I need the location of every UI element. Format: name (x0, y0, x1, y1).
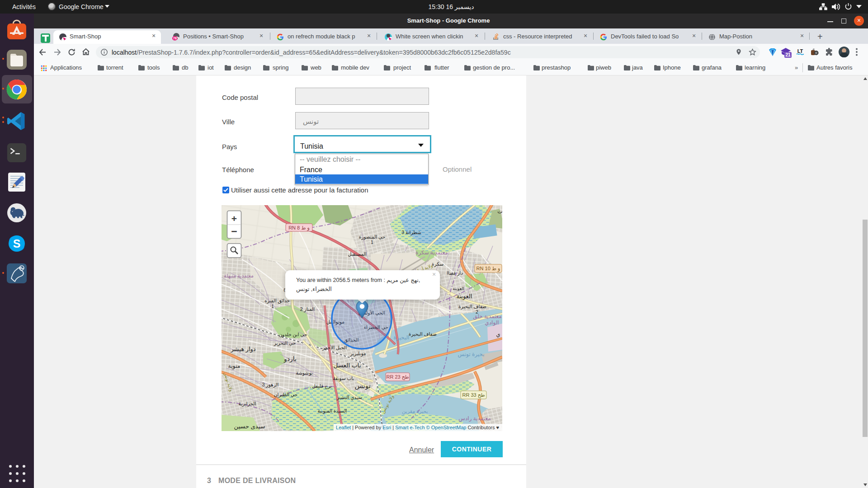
svg-text:RR 23 طح: RR 23 طح (386, 374, 409, 380)
svg-text:بوشوشة: بوشوشة (296, 370, 313, 376)
svg-text:البحيرة: البحيرة (394, 334, 410, 341)
svg-text:تونس: تونس (354, 382, 370, 390)
svg-text:الخضراء, تونس: الخضراء, تونس (296, 286, 332, 293)
svg-text:حدائق المنزه: حدائق المنزه (264, 298, 290, 304)
svg-text:الحرايرية: الحرايرية (239, 401, 256, 407)
svg-text:RN 8 و ط: RN 8 و ط (288, 225, 310, 231)
svg-text:دوار هيشر: دوار هيشر (230, 346, 255, 353)
svg-text:RR 33 طح: RR 33 طح (462, 392, 485, 398)
svg-text:السيدة المنوبية: السيدة المنوبية (317, 408, 347, 414)
svg-text:الزهور 3: الزهور 3 (262, 382, 279, 388)
svg-text:منوبة: منوبة (228, 363, 240, 370)
svg-text:باب سويقة: باب سويقة (333, 375, 354, 381)
svg-text:Leaflet | Powered by Esri | Sm: Leaflet | Powered by Esri | Smart e-Tech… (336, 425, 499, 430)
svg-text:شطرانة 3: شطرانة 3 (401, 230, 421, 235)
svg-text:21: 21 (785, 52, 791, 57)
svg-text:سيدي البشير: سيدي البشير (336, 394, 362, 400)
svg-text:الوادي: الوادي (485, 319, 499, 326)
svg-text:RN 10 و ط: RN 10 و ط (476, 266, 500, 272)
svg-text:المستقبل: المستقبل (348, 251, 366, 257)
svg-text:ت: ت (497, 208, 502, 215)
svg-text:باردو: باردو (283, 355, 297, 363)
svg-text:+: + (231, 213, 237, 224)
svg-text:بحيرة مقرين: بحيرة مقرين (402, 408, 428, 414)
svg-text:معتمدية رادس: معتمدية رادس (458, 415, 491, 422)
svg-text:1: 1 (371, 239, 373, 245)
svg-text:ضفاف البحيرة: ضفاف البحيرة (409, 331, 437, 337)
svg-text:المنار 2: المنار 2 (300, 306, 315, 312)
svg-text:78: 78 (173, 36, 177, 40)
svg-text:العوينة: العوينة (453, 286, 464, 291)
svg-text:ي: ي (496, 331, 500, 338)
svg-text:معتمدية حلق: معتمدية حلق (473, 313, 502, 320)
svg-text:الجبل الأحمر: الجبل الأحمر (322, 345, 347, 351)
svg-text:دار فضاا: دار فضاا (447, 270, 463, 276)
svg-text:العوينة: العوينة (456, 293, 472, 300)
svg-text:باب العسل: باب العسل (334, 362, 361, 369)
svg-text:حي ابن خلدون: حي ابن خلدون (278, 332, 307, 338)
svg-text:سكرة: سكرة (432, 261, 443, 267)
svg-text:حي الطيران: حي الطيران (274, 392, 297, 398)
svg-text:×: × (432, 271, 436, 278)
svg-text:معتمدية سكرة: معتمدية سكرة (415, 249, 448, 256)
svg-text:برج فليفل: برج فليفل (312, 383, 331, 389)
svg-text:LT: LT (797, 48, 803, 54)
svg-text:1: 1 (271, 304, 274, 309)
svg-text:سيدى حسين: سيدى حسين (234, 423, 265, 430)
svg-text:بحيرة تونس: بحيرة تونس (458, 351, 484, 358)
svg-text:S: S (13, 237, 21, 250)
svg-text:ضفاف البحيرة: ضفاف البحيرة (458, 304, 486, 310)
svg-text:حي التحرير: حي التحرير (274, 340, 296, 346)
svg-text:−: − (231, 225, 237, 237)
svg-text:معتمدية منيهلة: معتمدية منيهلة (224, 273, 254, 279)
svg-text:موبليزير: موبليزير (349, 351, 366, 357)
svg-text:You are within 2056.5 meters f: You are within 2056.5 meters from : نهج … (296, 277, 420, 284)
